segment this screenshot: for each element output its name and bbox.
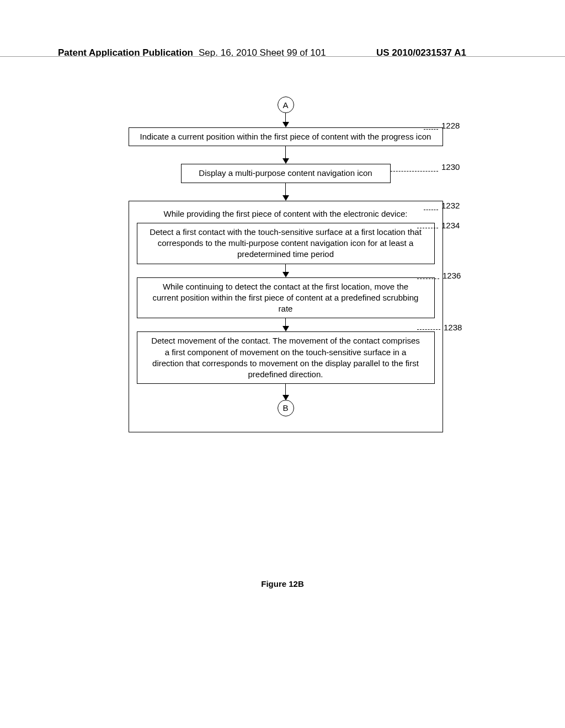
connector-a: A — [278, 97, 294, 113]
step-1238-text: Detect movement of the contact. The move… — [151, 336, 420, 379]
connector-a-label: A — [282, 100, 288, 110]
arrow-icon — [137, 384, 435, 400]
publication-number: US 2010/0231537 A1 — [376, 47, 466, 58]
leader-line-icon — [424, 129, 438, 130]
publication-type: Patent Application Publication — [58, 47, 193, 58]
arrow-icon — [110, 113, 461, 127]
step-1238: Detect movement of the contact. The move… — [137, 331, 435, 384]
step-1234: Detect a first contact with the touch-se… — [137, 223, 435, 264]
step-1230: Display a multi-purpose content navigati… — [181, 164, 391, 183]
leader-line-icon — [424, 210, 438, 210]
ref-1238: 1238 — [444, 323, 462, 332]
connector-b: B — [278, 400, 294, 416]
step-1236-text: While continuing to detect the contact a… — [153, 282, 419, 314]
step-1234-text: Detect a first contact with the touch-se… — [150, 227, 422, 259]
step-1236: While continuing to detect the contact a… — [137, 277, 435, 319]
step-1228-text: Indicate a current position within the f… — [140, 132, 431, 141]
ref-1234: 1234 — [441, 221, 460, 230]
leader-line-icon — [391, 171, 438, 172]
arrow-icon — [110, 146, 461, 164]
flowchart: A Indicate a current position within the… — [110, 97, 461, 432]
figure-caption: Figure 12B — [0, 579, 565, 588]
ref-1236: 1236 — [443, 271, 461, 280]
leader-line-icon — [417, 329, 440, 330]
leader-line-icon — [417, 279, 439, 279]
arrow-icon — [110, 183, 461, 201]
arrow-icon — [137, 264, 435, 277]
step-1232-container: While providing the first piece of conte… — [129, 201, 443, 433]
step-1230-text: Display a multi-purpose content navigati… — [199, 168, 372, 178]
ref-1232: 1232 — [441, 201, 460, 210]
step-1228: Indicate a current position within the f… — [129, 127, 443, 146]
header-rule — [0, 56, 565, 57]
step-1232-title: While providing the first piece of conte… — [137, 208, 435, 220]
leader-line-icon — [417, 228, 438, 228]
ref-1230: 1230 — [441, 162, 460, 172]
connector-b-label: B — [282, 403, 288, 414]
date-sheet: Sep. 16, 2010 Sheet 99 of 101 — [199, 47, 326, 58]
ref-1228: 1228 — [441, 121, 460, 130]
arrow-icon — [137, 318, 435, 331]
